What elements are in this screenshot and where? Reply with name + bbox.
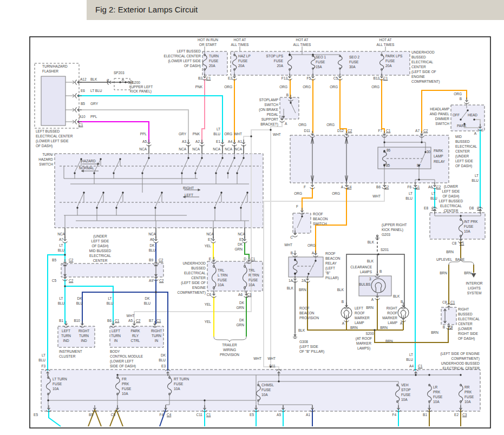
junction-dot bbox=[289, 54, 290, 55]
junction-dot bbox=[270, 366, 271, 367]
junction-dot bbox=[220, 192, 222, 193]
junction-dot bbox=[463, 123, 465, 124]
junction-dot bbox=[201, 157, 202, 159]
wiring-diagram-page: Fig 2: Exterior Lamps Circuit bbox=[0, 0, 504, 435]
junction-dot bbox=[161, 192, 162, 193]
junction-dot bbox=[307, 273, 309, 274]
junction-dot bbox=[473, 118, 475, 120]
junction-dot bbox=[64, 285, 66, 287]
junction-dot bbox=[215, 172, 217, 174]
junction-dot bbox=[194, 172, 196, 174]
connector-pin-icon bbox=[243, 236, 247, 243]
junction-dot bbox=[227, 172, 228, 174]
connector-pin-icon bbox=[211, 236, 216, 243]
junction-dot bbox=[383, 141, 385, 143]
junction-dot bbox=[418, 164, 420, 166]
junction-dot bbox=[301, 215, 303, 217]
junction-dot bbox=[377, 253, 379, 255]
connector-pin-icon bbox=[63, 236, 68, 243]
wires-pink bbox=[202, 79, 205, 142]
junction-dot bbox=[119, 158, 121, 160]
junction-dot bbox=[113, 172, 114, 174]
junction-dot bbox=[187, 157, 189, 159]
junction-dot bbox=[233, 157, 235, 159]
junction-dot bbox=[96, 207, 97, 208]
connector-pin-icon bbox=[154, 236, 159, 243]
junction-dot bbox=[383, 164, 385, 166]
junction-dot bbox=[243, 157, 244, 159]
wires-purple bbox=[78, 122, 149, 142]
junction-dot bbox=[290, 102, 291, 103]
junction-dot bbox=[421, 141, 422, 143]
junction-dot bbox=[312, 54, 313, 55]
junction-dot bbox=[181, 172, 182, 174]
junction-dot bbox=[100, 158, 101, 160]
junction-dot bbox=[278, 380, 279, 382]
junction-dot bbox=[424, 151, 426, 153]
junction-dot bbox=[383, 150, 385, 151]
junction-dot bbox=[270, 129, 271, 130]
junction-dot bbox=[148, 157, 149, 159]
junction-dot bbox=[83, 192, 84, 193]
junction-dot bbox=[214, 207, 215, 208]
junction-dot bbox=[236, 172, 238, 174]
junction-dot bbox=[102, 192, 104, 193]
junction-dot bbox=[240, 207, 241, 208]
junction-dot bbox=[294, 273, 296, 274]
junction-dot bbox=[428, 374, 430, 375]
junction-dot bbox=[415, 374, 416, 375]
junction-dot bbox=[246, 192, 248, 193]
connector-pin-icon bbox=[344, 302, 349, 309]
junction-dot bbox=[76, 207, 78, 208]
junction-dot bbox=[47, 399, 49, 401]
junction-dot bbox=[93, 172, 95, 174]
junction-dot bbox=[460, 215, 461, 216]
component-boxes bbox=[35, 51, 485, 411]
junction-dot bbox=[141, 172, 143, 174]
connector-pin-icon bbox=[401, 302, 406, 309]
junction-dot bbox=[116, 374, 118, 375]
junction-dot bbox=[115, 207, 117, 208]
circuit-svg bbox=[0, 0, 504, 435]
diagram-sheet: TURN/HAZARDFLASHERA12BLKCSP203G200(UPPER… bbox=[0, 0, 504, 435]
junction-dot bbox=[154, 207, 156, 208]
junction-dot bbox=[119, 81, 121, 83]
junction-dot bbox=[460, 118, 461, 120]
junction-dot bbox=[418, 179, 420, 180]
junction-dot bbox=[155, 291, 156, 293]
junction-dot bbox=[221, 157, 223, 159]
junction-dot bbox=[460, 374, 461, 375]
junction-dot bbox=[122, 192, 123, 193]
junction-dot bbox=[125, 81, 126, 83]
junction-dot bbox=[250, 135, 252, 137]
junction-dot bbox=[204, 399, 205, 401]
ground-icon bbox=[293, 334, 297, 338]
junction-dot bbox=[64, 254, 66, 255]
junction-dot bbox=[294, 259, 296, 260]
connector-pin-icon bbox=[382, 182, 387, 189]
junction-dot bbox=[374, 329, 375, 331]
junction-dot bbox=[315, 260, 316, 261]
junction-dot bbox=[467, 109, 468, 111]
junction-dot bbox=[80, 158, 82, 160]
junction-dot bbox=[74, 172, 75, 174]
